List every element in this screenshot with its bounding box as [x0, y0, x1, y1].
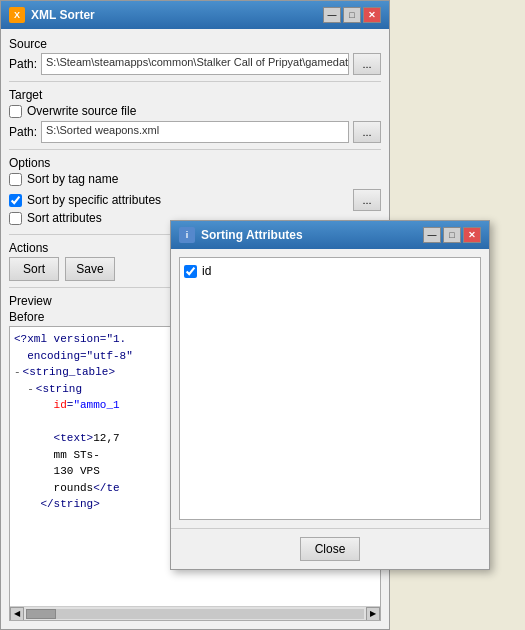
dialog-window-controls: — □ ✕: [423, 227, 481, 243]
dialog-minimize-button[interactable]: —: [423, 227, 441, 243]
dialog-icon: i: [179, 227, 195, 243]
attr-id-label: id: [202, 264, 211, 278]
target-section: Target Overwrite source file Path: S:\So…: [9, 81, 381, 143]
source-path-box[interactable]: S:\Steam\steamapps\common\Stalker Call o…: [41, 53, 349, 75]
dialog-footer: Close: [171, 528, 489, 569]
target-label: Target: [9, 88, 381, 102]
overwrite-checkbox[interactable]: [9, 105, 22, 118]
maximize-button[interactable]: □: [343, 7, 361, 23]
close-button[interactable]: ✕: [363, 7, 381, 23]
minimize-button[interactable]: —: [323, 7, 341, 23]
save-button[interactable]: Save: [65, 257, 115, 281]
attr-item-id: id: [184, 262, 476, 280]
target-browse-button[interactable]: ...: [353, 121, 381, 143]
sort-attributes-checkbox[interactable]: [9, 212, 22, 225]
scrollbar-thumb[interactable]: [26, 609, 56, 619]
dialog-close-button[interactable]: ✕: [463, 227, 481, 243]
sort-specific-attr-label: Sort by specific attributes: [27, 193, 161, 207]
target-path-row: Path: S:\Sorted weapons.xml ...: [9, 121, 381, 143]
dialog-maximize-button[interactable]: □: [443, 227, 461, 243]
target-path-label: Path:: [9, 125, 37, 139]
sort-specific-attr-row: Sort by specific attributes ...: [9, 189, 381, 211]
attr-id-checkbox[interactable]: [184, 265, 197, 278]
options-label: Options: [9, 156, 381, 170]
sort-attributes-label: Sort attributes: [27, 211, 102, 225]
scroll-right-arrow[interactable]: ▶: [366, 607, 380, 621]
source-section: Source Path: S:\Steam\steamapps\common\S…: [9, 37, 381, 75]
target-path-box[interactable]: S:\Sorted weapons.xml: [41, 121, 349, 143]
close-dialog-button[interactable]: Close: [300, 537, 360, 561]
main-window-controls: — □ ✕: [323, 7, 381, 23]
dialog-body: id: [171, 249, 489, 528]
main-title-bar: X XML Sorter — □ ✕: [1, 1, 389, 29]
attribute-list-box: id: [179, 257, 481, 520]
scrollbar-track: [26, 609, 364, 619]
source-browse-button[interactable]: ...: [353, 53, 381, 75]
options-section: Options Sort by tag name Sort by specifi…: [9, 149, 381, 228]
scroll-left-arrow[interactable]: ◀: [10, 607, 24, 621]
source-path-row: Path: S:\Steam\steamapps\common\Stalker …: [9, 53, 381, 75]
overwrite-row: Overwrite source file: [9, 104, 381, 118]
main-window-title: XML Sorter: [31, 8, 323, 22]
sort-tag-name-row: Sort by tag name: [9, 172, 381, 186]
sort-specific-attr-button[interactable]: ...: [353, 189, 381, 211]
source-path-label: Path:: [9, 57, 37, 71]
preview-scrollbar[interactable]: ◀ ▶: [10, 606, 380, 620]
sort-tag-name-label: Sort by tag name: [27, 172, 118, 186]
overwrite-label: Overwrite source file: [27, 104, 136, 118]
app-icon: X: [9, 7, 25, 23]
sort-specific-attr-checkbox[interactable]: [9, 194, 22, 207]
sort-tag-name-checkbox[interactable]: [9, 173, 22, 186]
source-label: Source: [9, 37, 381, 51]
sorting-attributes-dialog: i Sorting Attributes — □ ✕ id Close: [170, 220, 490, 570]
dialog-title: Sorting Attributes: [201, 228, 303, 242]
sort-button[interactable]: Sort: [9, 257, 59, 281]
dialog-title-bar: i Sorting Attributes — □ ✕: [171, 221, 489, 249]
